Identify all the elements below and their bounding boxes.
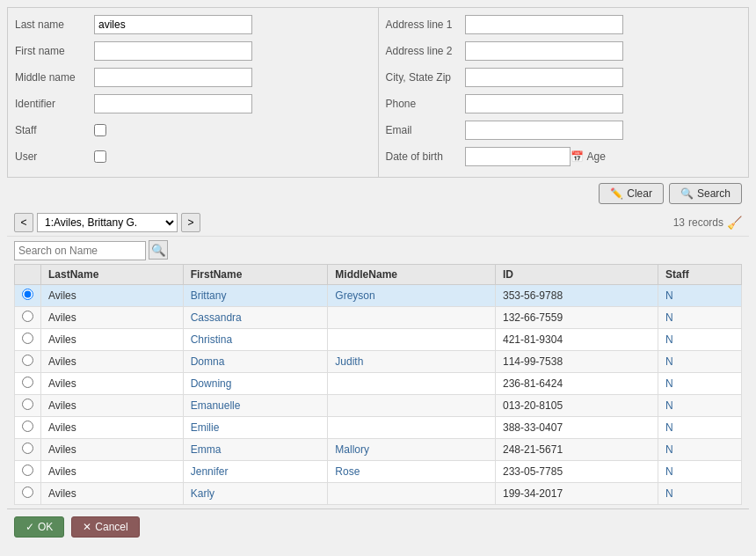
input-lastname[interactable] (94, 15, 252, 34)
input-phone[interactable] (465, 94, 623, 113)
table-row[interactable]: Aviles Karly 199-34-2017 N (15, 482, 742, 504)
cell-lastname: Aviles (41, 284, 184, 306)
cell-id: 114-99-7538 (496, 350, 658, 372)
radio-cell[interactable] (15, 416, 41, 438)
form-row-email: Email (386, 119, 742, 142)
label-address2: Address line 2 (386, 45, 465, 57)
nav-select[interactable]: 1:Aviles, Brittany G. 2:Aviles, Cassandr… (37, 213, 178, 232)
col-middlename[interactable]: MiddleName (328, 264, 496, 284)
table-row[interactable]: Aviles Downing 236-81-6424 N (15, 372, 742, 394)
cell-firstname[interactable]: Domna (183, 350, 328, 372)
table-row[interactable]: Aviles Brittany Greyson 353-56-9788 N (15, 284, 742, 306)
toolbar: ✏️ Clear 🔍 Search (7, 178, 749, 209)
table-row[interactable]: Aviles Jennifer Rose 233-05-7785 N (15, 460, 742, 482)
row-radio[interactable] (22, 399, 33, 410)
input-middlename[interactable] (94, 68, 252, 87)
form-row-firstname: First name (15, 40, 371, 62)
form-row-user: User (15, 145, 371, 168)
radio-cell[interactable] (15, 350, 41, 372)
cell-firstname[interactable]: Emma (183, 438, 328, 460)
cell-id: 236-81-6424 (496, 372, 658, 394)
cell-staff: N (658, 284, 741, 306)
col-radio (15, 264, 41, 284)
radio-cell[interactable] (15, 372, 41, 394)
nav-next-button[interactable]: > (181, 213, 200, 232)
row-radio[interactable] (22, 421, 33, 432)
cell-firstname[interactable]: Cassandra (183, 306, 328, 328)
cell-firstname[interactable]: Emanuelle (183, 394, 328, 416)
cancel-button[interactable]: ✕ Cancel (71, 516, 139, 538)
row-radio[interactable] (22, 443, 33, 454)
radio-cell[interactable] (15, 328, 41, 350)
input-dob[interactable] (465, 147, 571, 166)
nav-prev-button[interactable]: < (14, 213, 33, 232)
name-search-button[interactable]: 🔍 (149, 240, 168, 260)
cell-id: 248-21-5671 (496, 438, 658, 460)
radio-cell[interactable] (15, 460, 41, 482)
cell-lastname: Aviles (41, 350, 184, 372)
table-row[interactable]: Aviles Christina 421-81-9304 N (15, 328, 742, 350)
radio-cell[interactable] (15, 438, 41, 460)
label-identifier: Identifier (15, 98, 94, 110)
radio-cell[interactable] (15, 284, 41, 306)
radio-cell[interactable] (15, 394, 41, 416)
row-radio[interactable] (22, 377, 33, 388)
cell-lastname: Aviles (41, 394, 184, 416)
ok-button[interactable]: ✓ OK (14, 516, 64, 538)
col-firstname[interactable]: FirstName (183, 264, 328, 284)
ok-label: OK (38, 521, 53, 533)
row-radio[interactable] (22, 333, 33, 344)
cell-middlename (328, 482, 496, 504)
cell-staff: N (658, 416, 741, 438)
table-row[interactable]: Aviles Cassandra 132-66-7559 N (15, 306, 742, 328)
cell-lastname: Aviles (41, 306, 184, 328)
input-identifier[interactable] (94, 94, 252, 113)
table-row[interactable]: Aviles Domna Judith 114-99-7538 N (15, 350, 742, 372)
input-address2[interactable] (465, 41, 623, 61)
input-address1[interactable] (465, 15, 623, 34)
form-row-staff: Staff (15, 119, 371, 142)
radio-cell[interactable] (15, 306, 41, 328)
cell-middlename (328, 416, 496, 438)
checkbox-user[interactable] (94, 150, 106, 163)
table-row[interactable]: Aviles Emilie 388-33-0407 N (15, 416, 742, 438)
cell-firstname[interactable]: Emilie (183, 416, 328, 438)
row-radio[interactable] (22, 486, 33, 498)
col-id[interactable]: ID (496, 264, 658, 284)
input-firstname[interactable] (94, 41, 252, 61)
clear-label: Clear (627, 187, 652, 200)
calendar-icon[interactable]: 📅 (571, 150, 584, 163)
radio-cell[interactable] (15, 482, 41, 504)
cell-lastname: Aviles (41, 460, 184, 482)
row-radio[interactable] (22, 311, 33, 322)
cell-lastname: Aviles (41, 372, 184, 394)
input-email[interactable] (465, 121, 623, 140)
ok-icon: ✓ (25, 521, 34, 533)
name-search-input[interactable] (14, 241, 146, 260)
cell-firstname[interactable]: Downing (183, 372, 328, 394)
cell-firstname[interactable]: Brittany (183, 284, 328, 306)
nav-bar: < 1:Aviles, Brittany G. 2:Aviles, Cassan… (7, 209, 749, 237)
row-radio[interactable] (22, 465, 33, 476)
checkbox-staff[interactable] (94, 124, 106, 136)
clear-results-icon[interactable]: 🧹 (727, 216, 742, 230)
row-radio[interactable] (22, 355, 33, 366)
col-lastname[interactable]: LastName (41, 264, 184, 284)
table-row[interactable]: Aviles Emma Mallory 248-21-5671 N (15, 438, 742, 460)
col-staff[interactable]: Staff (658, 264, 741, 284)
cell-middlename: Mallory (328, 438, 496, 460)
cell-firstname[interactable]: Jennifer (183, 460, 328, 482)
clear-button[interactable]: ✏️ Clear (599, 183, 664, 204)
input-city[interactable] (465, 68, 623, 87)
form-left: Last name First name Middle name Identif… (8, 8, 379, 177)
table-row[interactable]: Aviles Emanuelle 013-20-8105 N (15, 394, 742, 416)
cancel-icon: ✕ (83, 521, 91, 533)
label-staff: Staff (15, 124, 94, 136)
cell-firstname[interactable]: Karly (183, 482, 328, 504)
search-form: Last name First name Middle name Identif… (7, 7, 749, 178)
row-radio[interactable] (22, 289, 33, 300)
cell-firstname[interactable]: Christina (183, 328, 328, 350)
records-label: records (688, 216, 723, 229)
search-button[interactable]: 🔍 Search (669, 183, 742, 204)
form-row-dob: Date of birth 📅 Age (386, 145, 742, 168)
